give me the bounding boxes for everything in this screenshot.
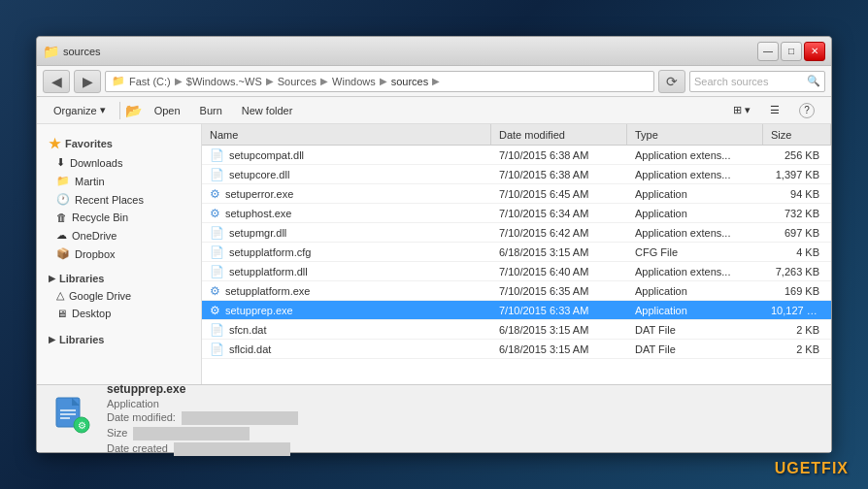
title-bar-left: 📁 sources: [43, 44, 101, 59]
preview-created-row: Date created: [107, 442, 298, 456]
close-button[interactable]: ✕: [804, 42, 825, 61]
sidebar-item-recent[interactable]: 🕐 Recent Places: [37, 190, 201, 209]
file-name-cell: 📄 sflcid.dat: [202, 342, 491, 356]
details-icon: ☰: [770, 104, 780, 116]
file-name-cell: 📄 setupcompat.dll: [202, 148, 491, 162]
file-size: 4 KB: [763, 246, 831, 258]
col-header-type[interactable]: Type: [627, 124, 763, 145]
file-type: Application: [627, 188, 763, 200]
open-button[interactable]: Open: [146, 100, 189, 121]
organize-button[interactable]: Organize ▾: [45, 100, 115, 121]
path-sep-1: ▶: [175, 76, 183, 86]
file-name: setupprep.exe: [225, 305, 293, 316]
window-icon: 📁: [43, 44, 59, 59]
preview-created-value: [174, 442, 290, 456]
table-row[interactable]: ⚙ setuperror.exe 7/10/2015 6:45 AM Appli…: [202, 184, 831, 204]
file-name: sfcn.dat: [229, 324, 267, 336]
downloads-icon: ⬇: [56, 156, 65, 169]
table-row[interactable]: ⚙ setupprep.exe 7/10/2015 6:33 AM Applic…: [202, 301, 831, 320]
path-part-5: sources: [391, 76, 429, 87]
file-size: 7,263 KB: [763, 266, 831, 277]
sidebar-item-google-drive[interactable]: △ Google Drive: [37, 286, 201, 305]
sidebar-item-dropbox[interactable]: 📦 Dropbox: [37, 244, 201, 263]
search-placeholder: Search sources: [694, 76, 768, 87]
sidebar-favorites-header[interactable]: ★ Favorites: [37, 132, 201, 153]
view-button[interactable]: ⊞ ▾: [724, 100, 759, 121]
address-path[interactable]: 📁 Fast (C:) ▶ $Windows.~WS ▶ Sources ▶ W…: [105, 71, 654, 92]
col-header-date[interactable]: Date modified: [491, 124, 627, 145]
new-folder-label: New folder: [242, 105, 293, 116]
sidebar-libraries-header[interactable]: ▶ Libraries: [37, 269, 201, 286]
file-size: 1,397 KB: [763, 169, 831, 180]
title-bar-controls: — □ ✕: [757, 42, 825, 61]
back-button[interactable]: ◀: [43, 70, 70, 93]
svg-rect-4: [60, 417, 70, 419]
forward-button[interactable]: ▶: [74, 70, 101, 93]
file-name: setuperror.exe: [225, 188, 293, 200]
table-row[interactable]: 📄 setupplatform.cfg 6/18/2015 3:15 AM CF…: [202, 243, 831, 262]
file-name: sflcid.dat: [229, 343, 271, 355]
preview-date-value: [182, 411, 298, 425]
file-name-cell: ⚙ setupplatform.exe: [202, 284, 491, 298]
details-button[interactable]: ☰: [761, 100, 788, 121]
refresh-button[interactable]: ⟳: [658, 70, 685, 93]
view-chevron: ▾: [745, 104, 751, 116]
col-header-size[interactable]: Size: [763, 124, 831, 145]
file-type: Application: [627, 208, 763, 219]
table-row[interactable]: ⚙ setupplatform.exe 7/10/2015 6:35 AM Ap…: [202, 281, 831, 301]
file-type: Application: [627, 285, 763, 297]
sidebar-item-onedrive[interactable]: ☁ OneDrive: [37, 226, 201, 244]
table-row[interactable]: 📄 setupplatform.dll 7/10/2015 6:40 AM Ap…: [202, 262, 831, 281]
address-bar: ◀ ▶ 📁 Fast (C:) ▶ $Windows.~WS ▶ Sources…: [37, 66, 831, 97]
sidebar-item-desktop[interactable]: 🖥 Desktop: [37, 305, 201, 322]
maximize-button[interactable]: □: [781, 42, 802, 61]
file-size: 10,127 KB: [763, 305, 831, 316]
sidebar-item-downloads[interactable]: ⬇ Downloads: [37, 153, 201, 172]
file-date: 7/10/2015 6:35 AM: [491, 285, 627, 297]
help-button[interactable]: ?: [790, 100, 823, 121]
search-box[interactable]: Search sources 🔍: [689, 71, 825, 92]
file-type: DAT File: [627, 343, 763, 355]
table-row[interactable]: 📄 setupcompat.dll 7/10/2015 6:38 AM Appl…: [202, 146, 831, 165]
sidebar: ★ Favorites ⬇ Downloads 📁 Martin 🕐 Recen…: [37, 124, 202, 384]
onedrive-icon: ☁: [56, 229, 67, 242]
sidebar-item-recycle[interactable]: 🗑 Recycle Bin: [37, 209, 201, 226]
preview-created-label: Date created: [107, 442, 168, 456]
sidebar-item-martin[interactable]: 📁 Martin: [37, 172, 201, 190]
table-row[interactable]: 📄 setupcore.dll 7/10/2015 6:38 AM Applic…: [202, 165, 831, 184]
burn-button[interactable]: Burn: [191, 100, 231, 121]
sidebar-favorites-label: Favorites: [65, 138, 113, 149]
file-type: Application extens...: [627, 169, 763, 180]
file-list: 📄 setupcompat.dll 7/10/2015 6:38 AM Appl…: [202, 146, 831, 384]
preview-size-value: [133, 427, 250, 440]
preview-type: Application: [107, 398, 298, 409]
file-type: Application extens...: [627, 149, 763, 161]
open-label: Open: [154, 105, 181, 116]
sidebar-libraries2-header[interactable]: ▶ Libraries: [37, 330, 201, 347]
svg-text:⚙: ⚙: [78, 420, 86, 431]
file-name-cell: ⚙ setuperror.exe: [202, 187, 491, 201]
organize-chevron: ▾: [100, 104, 106, 116]
martin-label: Martin: [75, 176, 105, 187]
path-part-3: Sources: [278, 76, 317, 87]
file-size: 732 KB: [763, 208, 831, 219]
branding: UGETFIX: [775, 460, 849, 477]
organize-label: Organize: [53, 105, 97, 116]
preview-size-label: Size: [107, 427, 127, 440]
table-row[interactable]: ⚙ setuphost.exe 7/10/2015 6:34 AM Applic…: [202, 204, 831, 223]
file-type: Application: [627, 305, 763, 316]
dropbox-icon: 📦: [56, 247, 70, 260]
minimize-button[interactable]: —: [757, 42, 779, 61]
file-name: setupcore.dll: [229, 169, 289, 180]
preview-icon: ⚙: [49, 396, 95, 442]
table-row[interactable]: 📄 setupmgr.dll 7/10/2015 6:42 AM Applica…: [202, 223, 831, 243]
sidebar-libraries-label: Libraries: [59, 273, 104, 284]
file-size: 2 KB: [763, 343, 831, 355]
col-header-name[interactable]: Name: [202, 124, 491, 145]
table-row[interactable]: 📄 sfcn.dat 6/18/2015 3:15 AM DAT File 2 …: [202, 320, 831, 340]
new-folder-button[interactable]: New folder: [233, 100, 302, 121]
recycle-icon: 🗑: [56, 212, 67, 223]
svg-rect-3: [60, 413, 76, 415]
table-row[interactable]: 📄 sflcid.dat 6/18/2015 3:15 AM DAT File …: [202, 340, 831, 359]
file-name: setupplatform.exe: [225, 285, 310, 297]
